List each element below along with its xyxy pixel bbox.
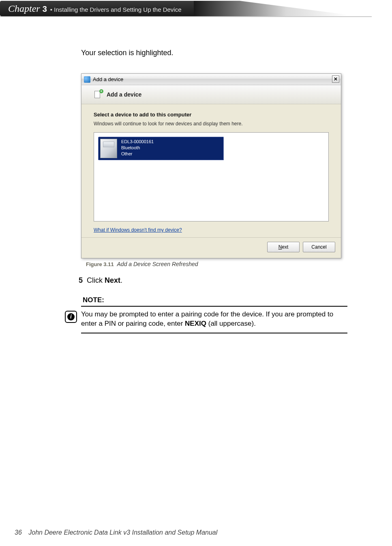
note-body: i You may be prompted to enter a pairing… (81, 306, 347, 333)
add-device-icon: + (94, 90, 103, 99)
chapter-header: Chapter 3 • Installing the Drivers and S… (0, 1, 372, 16)
chapter-underline (0, 16, 372, 17)
next-button[interactable]: Next (267, 242, 300, 252)
note-text: You may be prompted to enter a pairing c… (81, 310, 347, 329)
titlebar-text: Add a device (93, 76, 123, 82)
intro-text: Your selection is highlighted. (81, 49, 347, 57)
figure-label: Figure 3.11 (86, 261, 114, 267)
chapter-tab-body: Chapter 3 • Installing the Drivers and S… (0, 1, 194, 16)
note-label: NOTE: (83, 296, 347, 304)
footer-title: John Deere Electronic Data Link v3 Insta… (28, 529, 217, 536)
wizard-header: + Add a device (81, 85, 341, 104)
close-icon[interactable]: ✕ (332, 75, 339, 83)
step-text: Click Next. (87, 276, 122, 285)
figure-text: Add a Device Screen Refreshed (117, 261, 198, 267)
device-name: EDL3-00000161 (121, 139, 154, 145)
window-inner: + Add a device Select a device to add to… (81, 85, 341, 258)
step-row: 5 Click Next. (71, 276, 347, 285)
app-icon (84, 76, 90, 83)
page-footer: 36 John Deere Electronic Data Link v3 In… (15, 529, 217, 536)
device-item[interactable]: EDL3-00000161 Bluetooth Other (98, 137, 224, 160)
chapter-number: 3 (43, 4, 47, 14)
wizard-subheading: Windows will continue to look for new de… (94, 121, 329, 127)
wizard-heading: Select a device to add to this computer (94, 112, 329, 118)
titlebar: Add a device ✕ (81, 74, 341, 85)
cancel-button[interactable]: Cancel (303, 242, 335, 252)
step-number: 5 (71, 276, 83, 285)
page-number: 36 (15, 529, 22, 536)
screenshot-window: Add a device ✕ + Add a device Select a d… (81, 73, 341, 258)
info-icon: i (65, 311, 77, 323)
device-type: Bluetooth (121, 145, 154, 151)
device-category: Other (121, 151, 154, 157)
device-thumb-icon (100, 139, 117, 158)
figure-caption: Figure 3.11 Add a Device Screen Refreshe… (86, 261, 347, 267)
note-block: NOTE: i You may be prompted to enter a p… (81, 296, 347, 333)
wizard-footer: Next Cancel (81, 237, 341, 258)
wizard-body: Select a device to add to this computer … (81, 104, 341, 237)
device-lines: EDL3-00000161 Bluetooth Other (121, 139, 154, 158)
help-link[interactable]: What if Windows doesn't find my device? (94, 227, 182, 233)
chapter-tab-decor (194, 1, 348, 16)
chapter-word: Chapter (8, 3, 40, 14)
device-list[interactable]: EDL3-00000161 Bluetooth Other (94, 132, 329, 221)
chapter-title: • Installing the Drivers and Setting Up … (50, 6, 182, 13)
wizard-title: Add a device (107, 91, 141, 98)
chapter-tab: Chapter 3 • Installing the Drivers and S… (0, 1, 348, 16)
